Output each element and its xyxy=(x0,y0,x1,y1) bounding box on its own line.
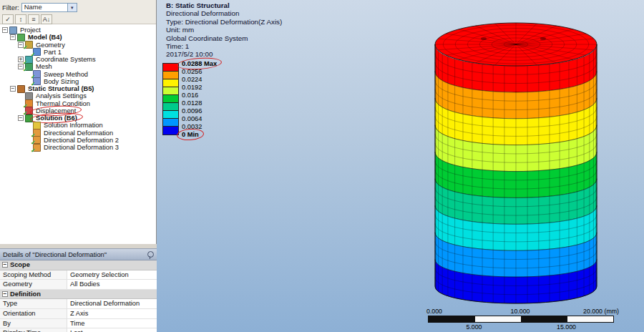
scale-ruler xyxy=(428,316,614,323)
section-label: Scope xyxy=(10,261,30,268)
legend-color-cell xyxy=(163,79,178,87)
legend-value: 0.0224 xyxy=(182,76,202,83)
details-value[interactable]: Z Axis xyxy=(67,309,157,318)
result-icon: ✓ xyxy=(33,136,41,144)
legend-value: 0.0256 xyxy=(182,68,202,75)
tree-item-label: Directional Deformation 3 xyxy=(43,144,119,151)
ruler-label: 20.000 (mm) xyxy=(583,308,619,315)
check-icon: ✓ xyxy=(31,147,36,154)
tree-item-geometry[interactable]: −✓Geometry xyxy=(0,42,156,49)
outline-tree: −Project−Model (B4)−✓Geometry✓Part 1+✓Co… xyxy=(0,25,156,245)
details-key: Scoping Method xyxy=(0,270,67,280)
legend-value: 0.016 xyxy=(182,92,198,99)
ruler-segment xyxy=(475,316,522,322)
static-structural-icon xyxy=(17,85,25,93)
details-panel: Details of "Directional Deformation" −Sc… xyxy=(0,248,157,332)
expand-collapse-icon[interactable]: ↕ xyxy=(15,14,26,24)
tree-item-label: Mesh xyxy=(35,63,53,70)
tree-item-solution-information[interactable]: Solution Information xyxy=(0,122,156,129)
tree-item-label: Sweep Method xyxy=(43,71,89,78)
details-row-type: TypeDirectional Deformation xyxy=(0,299,157,309)
tree-item-label: Solution Information xyxy=(43,122,104,129)
details-key: By xyxy=(0,319,67,328)
legend-value: 0.0128 xyxy=(182,99,202,107)
legend-value: 0.0032 xyxy=(182,123,202,130)
tree-item-body-sizing[interactable]: ✓Body Sizing xyxy=(0,78,156,85)
tree-item-label: Displacement xyxy=(35,107,77,114)
model-icon xyxy=(17,34,25,42)
ruler-segment xyxy=(567,316,614,322)
legend-color-cell xyxy=(163,111,178,119)
check-icon: ✓ xyxy=(23,44,28,51)
details-value[interactable]: All Bodies xyxy=(67,280,157,289)
tree-item-label: Directional Deformation 2 xyxy=(43,137,119,144)
ruler-label: 0.000 xyxy=(426,308,442,315)
body-sizing-icon: ✓ xyxy=(33,77,41,85)
solution-icon xyxy=(25,114,33,122)
tree-item-label: Directional Deformation xyxy=(43,130,114,137)
legend-value: 0.0064 xyxy=(182,115,202,122)
result-header-line: B: Static Structural xyxy=(166,1,282,9)
tree-item-label: Solution (B6) xyxy=(35,114,78,122)
outline-toolbar-icons: ✓↕≡A↓ xyxy=(2,13,154,24)
result-header-line: Time: 1 xyxy=(166,42,282,50)
filter-combobox-value: Name xyxy=(24,4,42,11)
details-title-bar: Details of "Directional Deformation" xyxy=(0,249,157,260)
legend-value: 0.0192 xyxy=(182,84,202,91)
result-icon: ✓ xyxy=(33,144,41,152)
tree-item-label: Analysis Settings xyxy=(35,92,87,99)
legend-color-bar xyxy=(162,63,179,135)
tree-item-static-structural-b5[interactable]: −Static Structural (B5) xyxy=(0,85,156,92)
details-row-by: ByTime xyxy=(0,319,157,329)
details-key: Geometry xyxy=(0,280,67,289)
mesh-icon: ✓ xyxy=(25,63,33,71)
chevron-down-icon[interactable]: ▾ xyxy=(67,4,77,11)
tree-item-coordinate-systems[interactable]: +✓Coordinate Systems xyxy=(0,56,156,63)
ruler-segment xyxy=(521,316,567,322)
tree-item-label: Part 1 xyxy=(43,49,62,56)
tree-item-analysis-settings[interactable]: Analysis Settings xyxy=(0,92,156,99)
filter-check-icon[interactable]: ✓ xyxy=(2,14,14,24)
part-icon: ✓ xyxy=(33,48,41,56)
mesh-singularity-node xyxy=(540,37,546,40)
filter-name-combobox[interactable]: Name ▾ xyxy=(21,3,77,12)
details-row-scoping-method: Scoping MethodGeometry Selection xyxy=(0,270,157,280)
geometry-icon: ✓ xyxy=(25,41,33,49)
ruler-label: 15.000 xyxy=(557,323,576,331)
collapse-icon[interactable]: − xyxy=(10,34,16,40)
pin-icon[interactable] xyxy=(147,251,154,258)
legend-value: 0.0096 xyxy=(182,107,202,114)
details-key: Type xyxy=(0,299,67,308)
tree-item-directional-deformation-3[interactable]: ✓Directional Deformation 3 xyxy=(0,144,156,151)
tree-item-directional-deformation[interactable]: ✓Directional Deformation xyxy=(0,130,156,137)
collapse-icon[interactable]: − xyxy=(10,86,16,92)
tree-item-project[interactable]: −Project xyxy=(0,26,156,34)
result-header-line: Type: Directional Deformation(Z Axis) xyxy=(166,18,282,26)
tree-item-label: Geometry xyxy=(35,42,66,49)
collapse-icon[interactable]: − xyxy=(2,27,8,33)
tree-item-directional-deformation-2[interactable]: ✓Directional Deformation 2 xyxy=(0,137,156,144)
details-value[interactable]: Last xyxy=(67,328,157,332)
result-header-line: Unit: mm xyxy=(166,26,282,34)
details-key: Display Time xyxy=(0,328,67,332)
legend-color-cell xyxy=(163,87,178,95)
outline-panel: Filter: Name ▾ ✓↕≡A↓ −Project−Model (B4)… xyxy=(0,0,157,332)
legend-color-cell xyxy=(163,119,178,127)
tree-item-label: Project xyxy=(19,26,42,34)
tree-item-thermal-condition[interactable]: ✓Thermal Condition xyxy=(0,100,156,107)
graphics-viewport[interactable]: B: Static StructuralDirectional Deformat… xyxy=(157,0,644,332)
mesh-singularity-node xyxy=(481,37,487,40)
details-row-geometry: GeometryAll Bodies xyxy=(0,280,157,290)
sort-az-icon[interactable]: A↓ xyxy=(41,14,52,24)
contour-legend: 0.0288 Max0.02560.02240.01920.0160.01280… xyxy=(162,63,179,135)
tree-item-model-b4[interactable]: −Model (B4) xyxy=(0,34,156,41)
legend-color-cell xyxy=(163,64,178,72)
section-collapse-icon[interactable]: − xyxy=(2,291,8,297)
legend-color-cell xyxy=(163,95,178,103)
section-collapse-icon[interactable]: − xyxy=(2,262,8,268)
details-value[interactable]: Time xyxy=(67,319,157,328)
details-value[interactable]: Geometry Selection xyxy=(67,270,157,280)
details-grid: −ScopeScoping MethodGeometry SelectionGe… xyxy=(0,260,157,332)
list-view-icon[interactable]: ≡ xyxy=(28,14,39,24)
details-value[interactable]: Directional Deformation xyxy=(67,299,157,308)
